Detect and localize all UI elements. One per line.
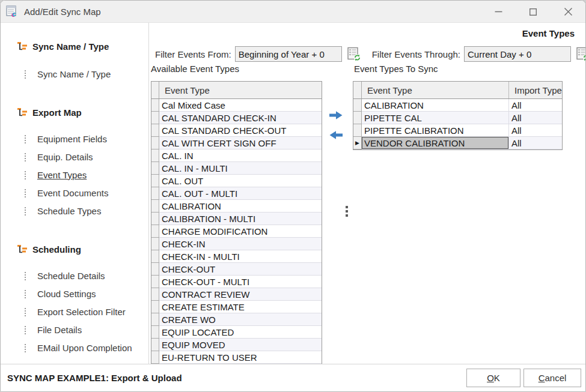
column-header-event-type[interactable]: Event Type xyxy=(159,82,322,98)
event-type-cell[interactable]: CALIBRATION xyxy=(362,99,509,112)
row-indicator[interactable] xyxy=(151,162,159,175)
row-indicator[interactable] xyxy=(151,187,159,200)
event-type-cell[interactable]: PIPETTE CALIBRATION xyxy=(362,124,509,137)
event-type-cell[interactable]: EU-RETURN TO USER xyxy=(159,351,322,364)
sidebar-item[interactable]: Equip. Details xyxy=(25,151,148,163)
event-type-cell[interactable]: CAL. IN xyxy=(159,149,322,162)
table-row[interactable]: CAL. IN xyxy=(151,149,322,162)
row-indicator[interactable] xyxy=(151,263,159,276)
sidebar-item[interactable]: Schedule Details xyxy=(25,270,148,282)
row-indicator[interactable] xyxy=(353,99,362,112)
table-row[interactable]: CHECK-IN - MULTI xyxy=(151,250,322,263)
import-type-cell[interactable]: All xyxy=(509,99,562,112)
table-row[interactable]: CHARGE MODIFICATION xyxy=(151,225,322,238)
row-indicator[interactable] xyxy=(151,213,159,225)
event-type-cell[interactable]: CREATE WO xyxy=(159,313,322,326)
event-type-cell[interactable]: CAL. OUT - MULTI xyxy=(159,187,322,200)
table-row[interactable]: PIPETTE CAL All xyxy=(353,112,562,124)
row-indicator[interactable] xyxy=(353,137,362,149)
event-type-cell[interactable]: CREATE ESTIMATE xyxy=(159,301,322,313)
event-type-cell[interactable]: Cal Mixed Case xyxy=(159,99,322,112)
sidebar-item[interactable]: File Details xyxy=(25,324,148,336)
table-row[interactable]: Cal Mixed Case xyxy=(151,99,322,112)
event-type-cell[interactable]: CHECK-IN - MULTI xyxy=(159,250,322,263)
table-row[interactable]: VENDOR CALIBRATION All xyxy=(353,137,562,149)
row-indicator[interactable] xyxy=(353,124,362,137)
table-row[interactable]: CREATE ESTIMATE xyxy=(151,301,322,313)
event-type-cell[interactable]: CHARGE MODIFICATION xyxy=(159,225,322,238)
import-type-cell[interactable]: All xyxy=(509,124,562,137)
add-event-type-arrow-button[interactable] xyxy=(329,110,343,121)
table-row[interactable]: CAL WITH CERT SIGN OFF xyxy=(151,137,322,149)
table-row[interactable]: CAL. IN - MULTI xyxy=(151,162,322,175)
sidebar-item[interactable]: EMail Upon Completion xyxy=(25,342,148,354)
row-indicator[interactable] xyxy=(151,288,159,301)
sidebar-item[interactable]: Event Types xyxy=(25,169,148,181)
row-indicator[interactable] xyxy=(151,238,159,250)
table-row[interactable]: CHECK-IN xyxy=(151,238,322,250)
table-row[interactable]: CALIBRATION All xyxy=(353,99,562,112)
row-indicator[interactable] xyxy=(353,112,362,124)
maximize-button[interactable] xyxy=(516,1,551,23)
event-type-cell[interactable]: EQUIP MOVED xyxy=(159,339,322,351)
sidebar-item[interactable]: Cloud Settings xyxy=(25,288,148,300)
import-type-cell[interactable]: All xyxy=(509,137,562,149)
table-row[interactable]: CALIBRATION xyxy=(151,200,322,213)
row-indicator[interactable] xyxy=(151,339,159,351)
event-type-cell[interactable]: CALIBRATION xyxy=(159,200,322,213)
event-type-cell[interactable]: VENDOR CALIBRATION xyxy=(362,137,509,149)
filter-through-refresh-icon[interactable] xyxy=(576,47,586,61)
ok-button[interactable]: OK xyxy=(466,369,520,387)
row-indicator[interactable] xyxy=(151,351,159,364)
sidebar-item[interactable]: Sync Name / Type xyxy=(25,68,148,80)
event-type-cell[interactable]: CAL STANDARD CHECK-OUT xyxy=(159,124,322,137)
splitter-grip-icon[interactable] xyxy=(346,206,348,217)
table-row[interactable]: CAL STANDARD CHECK-IN xyxy=(151,112,322,124)
table-row[interactable]: CHECK-OUT - MULTI xyxy=(151,276,322,288)
table-row[interactable]: CREATE WO xyxy=(151,313,322,326)
event-type-cell[interactable]: CHECK-IN xyxy=(159,238,322,250)
event-type-cell[interactable]: CAL. IN - MULTI xyxy=(159,162,322,175)
close-button[interactable] xyxy=(551,1,585,23)
remove-event-type-arrow-button[interactable] xyxy=(329,130,343,140)
table-row[interactable]: CAL. OUT - MULTI xyxy=(151,187,322,200)
row-indicator[interactable] xyxy=(151,124,159,137)
import-type-cell[interactable]: All xyxy=(509,112,562,124)
table-row[interactable]: EQUIP LOCATED xyxy=(151,326,322,339)
cancel-button[interactable]: Cancel xyxy=(523,369,581,387)
column-header-import-type[interactable]: Import Type xyxy=(509,82,562,98)
event-type-cell[interactable]: CAL. OUT xyxy=(159,175,322,187)
filter-from-input[interactable] xyxy=(235,46,342,62)
row-indicator[interactable] xyxy=(151,200,159,213)
row-indicator[interactable] xyxy=(151,225,159,238)
event-type-cell[interactable]: CALIBRATION - MULTI xyxy=(159,213,322,225)
table-row[interactable]: CONTRACT REVIEW xyxy=(151,288,322,301)
event-type-cell[interactable]: CHECK-OUT xyxy=(159,263,322,276)
column-header-event-type[interactable]: Event Type xyxy=(362,82,509,98)
table-row[interactable]: CHECK-OUT xyxy=(151,263,322,276)
event-type-cell[interactable]: CAL WITH CERT SIGN OFF xyxy=(159,137,322,149)
table-row[interactable]: CAL STANDARD CHECK-OUT xyxy=(151,124,322,137)
row-indicator[interactable] xyxy=(151,301,159,313)
row-indicator[interactable] xyxy=(151,313,159,326)
sidebar-item[interactable]: Schedule Types xyxy=(25,205,148,217)
event-type-cell[interactable]: EQUIP LOCATED xyxy=(159,326,322,339)
filter-through-input[interactable] xyxy=(464,46,571,62)
minimize-button[interactable] xyxy=(481,1,516,23)
table-row[interactable]: EQUIP MOVED xyxy=(151,339,322,351)
sidebar-item[interactable]: Equipment Fields xyxy=(25,133,148,145)
row-indicator[interactable] xyxy=(151,250,159,263)
event-type-cell[interactable]: PIPETTE CAL xyxy=(362,112,509,124)
row-indicator[interactable] xyxy=(151,276,159,288)
event-type-cell[interactable]: CHECK-OUT - MULTI xyxy=(159,276,322,288)
table-row[interactable]: PIPETTE CALIBRATION All xyxy=(353,124,562,137)
row-indicator[interactable] xyxy=(151,137,159,149)
filter-from-refresh-icon[interactable] xyxy=(347,47,361,61)
table-row[interactable]: EU-RETURN TO USER xyxy=(151,351,322,364)
event-type-cell[interactable]: CONTRACT REVIEW xyxy=(159,288,322,301)
row-indicator[interactable] xyxy=(151,149,159,162)
row-indicator[interactable] xyxy=(151,112,159,124)
table-row[interactable]: CALIBRATION - MULTI xyxy=(151,213,322,225)
table-row[interactable]: CAL. OUT xyxy=(151,175,322,187)
row-indicator[interactable] xyxy=(151,99,159,112)
